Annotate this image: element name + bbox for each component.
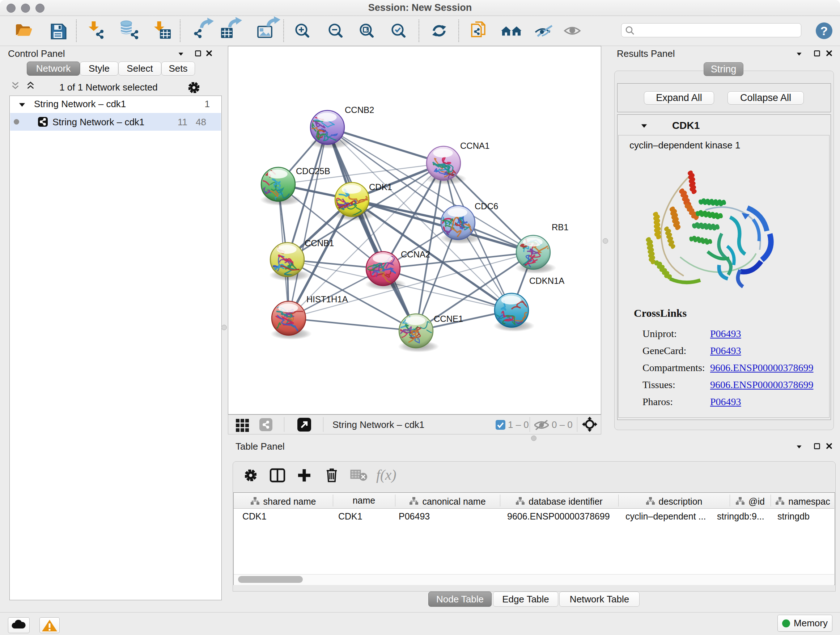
svg-text:CCNA1: CCNA1: [460, 141, 489, 150]
svg-text:CDKN1A: CDKN1A: [529, 276, 564, 286]
svg-text:HIST1H1A: HIST1H1A: [306, 295, 348, 304]
svg-text:CDC25B: CDC25B: [296, 166, 330, 176]
svg-text:CDK1: CDK1: [369, 182, 392, 192]
svg-text:RB1: RB1: [552, 222, 569, 232]
svg-text:CCNA2: CCNA2: [401, 249, 430, 259]
svg-text:CCNE1: CCNE1: [434, 314, 463, 324]
svg-text:CCNB2: CCNB2: [345, 105, 374, 115]
svg-text:CCNB1: CCNB1: [305, 238, 334, 248]
svg-text:CDC6: CDC6: [475, 201, 498, 211]
